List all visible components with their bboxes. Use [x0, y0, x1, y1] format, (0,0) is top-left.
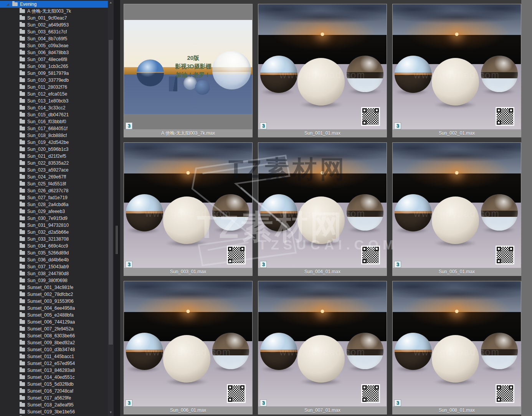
sidebar-folder-item[interactable]: Sun_019_42d542be — [0, 139, 108, 146]
sidebar-folder-item[interactable]: Sunset_009_8bed92a2 — [0, 339, 108, 346]
folder-icon — [20, 182, 25, 186]
sidebar-folder-item[interactable]: Sun_039_380f0698 — [0, 277, 108, 284]
sidebar-folder-item[interactable]: Sun_025_f4d5518f — [0, 180, 108, 187]
sidebar-folder-item[interactable]: Sun_018_8cb888cf — [0, 132, 108, 139]
sidebar-folder-item[interactable]: Sun_032_d2a5b66e — [0, 229, 108, 236]
sidebar-folder-item[interactable]: Sun_020_b596b1c3 — [0, 146, 108, 153]
sidebar-folder-item[interactable]: Sun_024_269e67ff — [0, 173, 108, 180]
white-matte-sphere — [163, 335, 211, 383]
sidebar-folder-item[interactable]: Sunset_016_72048caf — [0, 388, 108, 395]
qr-code — [227, 246, 246, 264]
3dsmax-file-badge: 3 — [394, 122, 401, 129]
sidebar-folder-item[interactable]: Sun_002_a649d953 — [0, 21, 108, 28]
sidebar-folder-item[interactable]: Sun_001_9cf0eac7 — [0, 15, 108, 21]
sidebar-folder-item[interactable]: Sunset_001_34c981fe — [0, 284, 108, 291]
sidebar-folder-item[interactable]: Sun_015_db047621 — [0, 111, 108, 118]
scroll-down-icon[interactable]: ▼ — [108, 410, 114, 415]
sidebar-folder-item[interactable]: Sun_028_2a4cbd6a — [0, 201, 108, 208]
sidebar-folder-item[interactable]: Sunset_015_5d32f8db — [0, 381, 108, 388]
asset-card[interactable]: www.gdybad.com 3 Sun_004_01.max — [258, 142, 387, 276]
expand-arrow-icon[interactable]: ◢ — [7, 2, 11, 6]
sidebar-folder-item[interactable]: Sun_034_669c4cc9 — [0, 243, 108, 249]
asset-card[interactable]: www.gdybad.com 3 Sun_002_01.max — [392, 4, 521, 137]
sidebar-folder-item[interactable]: Sun_026_d6237c78 — [0, 187, 108, 194]
sidebar-folder-item[interactable]: Sunset_019_3be1be56 — [0, 408, 108, 415]
sidebar-folder-item[interactable]: Sun_008_1cb3c265 — [0, 63, 108, 70]
sidebar-folder-item[interactable]: Sun_038_244780d8 — [0, 270, 108, 277]
sidebar-folder-item[interactable]: Sun_027_fad1e719 — [0, 194, 108, 201]
sidebar-folder-item[interactable]: Sun_037_15043ab9 — [0, 263, 108, 270]
asset-card[interactable]: www.gdybad.com 3 Sun_003_01.max — [124, 142, 253, 276]
sidebar-folder-item[interactable]: Sun_016_f03bbbf0 — [0, 118, 108, 125]
sidebar-folder-item[interactable]: Sunset_007_2fe9452a — [0, 325, 108, 332]
sidebar-folder-item[interactable]: Sun_014_3c33cc2 — [0, 104, 108, 111]
sidebar-folder-item[interactable]: Sunset_004_6ee4958a — [0, 305, 108, 312]
sidebar-folder-item[interactable]: Sunset_012_e57ed954 — [0, 360, 108, 367]
sidebar-folder-item[interactable]: Sunset_002_78dfcbc2 — [0, 291, 108, 298]
sidebar-folder-item[interactable]: Sun_012_efca015e — [0, 91, 108, 97]
folder-icon — [20, 244, 25, 248]
folder-label: Sun_037_15043ab9 — [27, 264, 69, 269]
small-watermark-text: www.gdybad.com — [124, 208, 252, 219]
thumbnail-grid: 20版 影视3D摄影棚 加油！老罗！ 3 A 傍晚-无太阳003_7k.max — [124, 4, 521, 414]
splitter-grip-icon — [116, 226, 116, 254]
sun-glow — [455, 171, 459, 175]
sidebar-folder-item[interactable]: Sun_029_afeeeb3 — [0, 208, 108, 215]
sky-band — [258, 143, 387, 173]
asset-filename: Sun_007_01.max — [258, 406, 387, 414]
sidebar-folder-item[interactable]: Sun_021_d21f2ef5 — [0, 153, 108, 160]
asset-filename: Sun_005_01.max — [393, 268, 521, 276]
sidebar-folder-item[interactable]: Sunset_018_2a8eaf95 — [0, 401, 108, 408]
sidebar-folder-item[interactable]: Sun_011_28032f76 — [0, 84, 108, 91]
sidebar-folder-item[interactable]: Sunset_010_d3b34748 — [0, 346, 108, 353]
sidebar-folder-item[interactable]: Sun_004_8b7c69f5 — [0, 35, 108, 42]
sidebar-folder-item[interactable]: Sunset_006_744129aa — [0, 319, 108, 325]
sidebar-folder-item[interactable]: Sunset_008_6303be66 — [0, 332, 108, 339]
asset-card[interactable]: www.gdybad.com 3 Sun_008_01.max — [392, 281, 521, 414]
sidebar-folder-item[interactable]: Sun_003_6631c7cf — [0, 28, 108, 35]
folder-label: Sunset_014_40ed551c — [27, 375, 74, 380]
sidebar-folder-item[interactable]: Sun_035_5266d89d — [0, 249, 108, 256]
sidebar-folder-item[interactable]: Sunset_017_a5629fe — [0, 395, 108, 401]
sidebar-folder-item[interactable]: Sunset_003_91553f06 — [0, 298, 108, 305]
folder-label: Sun_032_d2a5b66e — [27, 229, 69, 235]
3dsmax-file-badge: 3 — [260, 399, 267, 406]
sidebar-folder-item[interactable]: Sunset_014_40ed551c — [0, 374, 108, 381]
sidebar-folder-item[interactable]: Sun_030_7e91f3d9 — [0, 215, 108, 222]
sidebar-folder-item[interactable]: Sun_017_6684051f — [0, 125, 108, 132]
app-window: { "sidebar": { "root": { "label": "Eveni… — [0, 0, 532, 416]
sidebar-folder-item[interactable]: Sunset_013_846283a8 — [0, 367, 108, 374]
asset-card[interactable]: www.gdybad.com 3 Sun_006_01.max — [124, 281, 253, 414]
scroll-up-icon[interactable]: ▲ — [108, 0, 114, 5]
sidebar-folder-item[interactable]: Sunset_005_e2488bfa — [0, 312, 108, 319]
panel-splitter[interactable] — [114, 0, 120, 416]
sidebar-folder-item[interactable]: A 傍晚-无太阳003_7k — [0, 8, 108, 15]
asset-card[interactable]: www.gdybad.com 3 Sun_001_01.max — [258, 4, 387, 137]
sidebar-scrollbar[interactable]: ▲ ▼ — [108, 0, 114, 416]
folder-label: Sunset_019_3be1be56 — [27, 409, 75, 414]
folder-label: Sun_004_8b7c69f5 — [27, 36, 67, 41]
small-watermark-text: www.gdybad.com — [258, 347, 387, 358]
qr-finder — [497, 247, 501, 251]
sidebar-folder-item[interactable]: Sun_036_dd4b6e4b — [0, 256, 108, 263]
sidebar-folder-item[interactable]: Sun_033_32138708 — [0, 236, 108, 243]
sidebar-folder-item[interactable]: Sun_006_8d478bb3 — [0, 49, 108, 56]
sidebar-folder-item[interactable]: Sun_007_48ece6f8 — [0, 56, 108, 63]
sidebar-folder-item[interactable]: Sun_005_c09a3eae — [0, 42, 108, 49]
sidebar-folder-item[interactable]: Sun_009_5817979a — [0, 70, 108, 77]
sidebar-folder-item[interactable]: Sun_022_83535a22 — [0, 160, 108, 167]
asset-card[interactable]: www.gdybad.com 3 Sun_005_01.max — [392, 142, 521, 276]
folder-label: Sun_013_1e80bcb3 — [27, 98, 68, 104]
asset-card[interactable]: 20版 影视3D摄影棚 加油！老罗！ 3 A 傍晚-无太阳003_7k.max — [124, 4, 253, 137]
sidebar-folder-item[interactable]: Sunset_011_445bacc1 — [0, 353, 108, 360]
qr-finder — [497, 385, 501, 390]
content-scrollbar[interactable] — [521, 0, 532, 416]
qr-finder — [509, 247, 513, 251]
sidebar-item-evening[interactable]: ◢ Evening — [0, 1, 108, 8]
sidebar-folder-item[interactable]: Sun_010_33779edb — [0, 77, 108, 84]
sidebar-folder-item[interactable]: Sun_013_1e80bcb3 — [0, 97, 108, 104]
sidebar-scrollbar-thumb[interactable] — [109, 40, 113, 345]
sidebar-folder-item[interactable]: Sun_031_94732810 — [0, 222, 108, 229]
sidebar-folder-item[interactable]: Sun_023_a5927ace — [0, 167, 108, 173]
asset-card[interactable]: www.gdybad.com 3 Sun_007_01.max — [258, 281, 387, 414]
